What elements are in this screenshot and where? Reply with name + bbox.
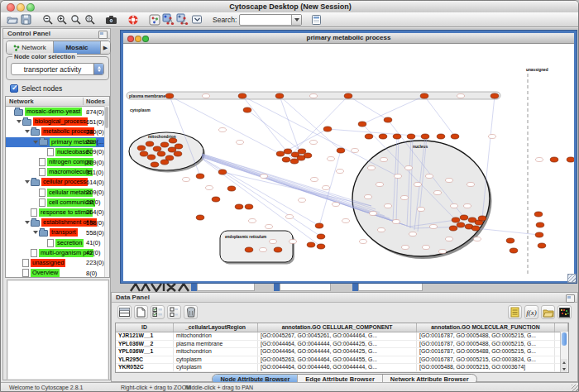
network-node-unexpressed[interactable] xyxy=(286,215,294,219)
network-node[interactable] xyxy=(174,151,182,156)
network-node-unexpressed[interactable] xyxy=(323,186,330,190)
zoom-in-icon[interactable] xyxy=(55,13,69,26)
tree-row[interactable]: unassigned223(0) xyxy=(6,258,109,268)
expand-arrow-icon[interactable] xyxy=(25,130,30,133)
network-node-unexpressed[interactable] xyxy=(385,204,392,208)
table-column-header[interactable]: annotation.GO MOLECULAR_FUNCTION xyxy=(417,323,555,332)
network-node-unexpressed[interactable] xyxy=(299,198,306,203)
tree-row[interactable]: multi-organism pro42(0) xyxy=(6,248,109,258)
table-row[interactable]: YPL036W__2plasma membrane[GO:0044464, GO… xyxy=(116,341,568,349)
network-node[interactable] xyxy=(460,215,468,220)
tree-row[interactable]: biological_process651(0) xyxy=(6,117,109,127)
tree-row[interactable]: macromolecule311(0) xyxy=(6,167,109,177)
network-node-unexpressed[interactable] xyxy=(206,186,213,190)
network-node-unexpressed[interactable] xyxy=(266,225,273,229)
network-node[interactable] xyxy=(550,157,558,162)
network-node[interactable] xyxy=(196,174,204,179)
tree-row[interactable]: response to stimul264(0) xyxy=(6,208,109,218)
snapshot-icon[interactable] xyxy=(104,13,118,26)
tree-column-network[interactable]: Network xyxy=(9,98,34,105)
tree-row[interactable]: mosaic-demo-yeast874(0) xyxy=(6,107,109,117)
tab-network[interactable]: Network xyxy=(7,41,54,54)
network-node[interactable] xyxy=(471,226,480,231)
network-node[interactable] xyxy=(538,243,546,248)
network-node[interactable] xyxy=(157,151,165,156)
background-window-fragment[interactable] xyxy=(191,283,197,291)
table-column-header[interactable]: _cellularLayoutRegion xyxy=(174,323,258,332)
save-session-icon[interactable] xyxy=(19,13,33,26)
network-node[interactable] xyxy=(160,142,169,147)
network-node-unexpressed[interactable] xyxy=(451,204,458,208)
network-node[interactable] xyxy=(421,134,429,139)
network-node-unexpressed[interactable] xyxy=(337,170,344,174)
network-node[interactable] xyxy=(165,93,174,98)
table-row[interactable]: YLR295Ccytoplasm[GO:0045263, GO:0044464,… xyxy=(116,356,568,365)
network-node[interactable] xyxy=(245,247,253,252)
tree-column-nodes[interactable]: Nodes xyxy=(83,98,105,105)
network-node[interactable] xyxy=(315,223,323,228)
network-node-unexpressed[interactable] xyxy=(434,191,442,195)
create-attribute-icon[interactable] xyxy=(134,305,148,319)
table-scrollbar[interactable] xyxy=(560,332,568,372)
network-node[interactable] xyxy=(153,146,161,151)
network-node[interactable] xyxy=(510,248,518,253)
network-node-unexpressed[interactable] xyxy=(439,250,447,254)
attribute-matrix-icon[interactable] xyxy=(557,305,572,319)
node-color-dropdown[interactable]: transporter activity xyxy=(11,63,104,75)
attribute-columns-icon[interactable] xyxy=(167,305,181,319)
network-view-titlebar[interactable]: primary metabolic process xyxy=(123,33,574,44)
network-node-unexpressed[interactable] xyxy=(360,240,367,244)
network-node[interactable] xyxy=(478,216,486,221)
window-resize-grip[interactable] xyxy=(572,385,579,392)
network-node-unexpressed[interactable] xyxy=(237,141,244,145)
network-node-unexpressed[interactable] xyxy=(368,166,376,170)
tab-overflow-arrow[interactable]: ▶ xyxy=(101,41,110,54)
network-node-unexpressed[interactable] xyxy=(474,237,481,241)
tree-row[interactable]: secretion41(0) xyxy=(6,237,109,247)
table-column-header[interactable]: annotation.GO CELLULAR_COMPONENT xyxy=(258,323,417,332)
tree-row[interactable]: nitrogen compo209(0) xyxy=(6,157,109,167)
network-node[interactable] xyxy=(317,234,325,239)
network-node-unexpressed[interactable] xyxy=(352,149,359,153)
tree-row[interactable]: cellular metabo209(0) xyxy=(6,188,109,198)
table-row[interactable]: YPL036W__1mitochondrion[GO:0044464, GO:0… xyxy=(116,348,568,356)
expand-arrow-icon[interactable] xyxy=(25,180,30,184)
network-node[interactable] xyxy=(393,134,401,139)
network-node[interactable] xyxy=(384,117,392,122)
network-node[interactable] xyxy=(169,138,177,143)
search-field[interactable] xyxy=(240,15,291,25)
network-node-unexpressed[interactable] xyxy=(446,237,453,241)
network-node[interactable] xyxy=(245,204,253,209)
network-node-unexpressed[interactable] xyxy=(342,219,350,223)
network-node[interactable] xyxy=(536,222,544,227)
network-node-unexpressed[interactable] xyxy=(311,178,318,182)
tree-row[interactable]: primary metabo209(... xyxy=(6,137,109,147)
open-network-icon[interactable] xyxy=(5,13,19,26)
background-window-fragment[interactable] xyxy=(358,283,423,291)
network-node-unexpressed[interactable] xyxy=(414,183,422,187)
import-attributes-icon[interactable] xyxy=(541,305,555,319)
vizmapper-edges-icon[interactable] xyxy=(175,13,189,26)
network-node-unexpressed[interactable] xyxy=(489,135,496,139)
network-node[interactable] xyxy=(227,186,236,191)
network-node[interactable] xyxy=(275,93,284,98)
network-node[interactable] xyxy=(407,134,415,139)
network-node[interactable] xyxy=(506,238,514,243)
network-node[interactable] xyxy=(535,232,543,237)
network-node[interactable] xyxy=(317,244,325,249)
network-node-unexpressed[interactable] xyxy=(409,232,417,237)
zoom-out-icon[interactable] xyxy=(41,13,55,26)
network-node[interactable] xyxy=(358,122,366,127)
network-node-unexpressed[interactable] xyxy=(395,174,402,179)
table-row[interactable]: YKR052Ccytoplasm[GO:0044464, GO:0044446,… xyxy=(116,364,568,372)
network-node[interactable] xyxy=(238,93,246,98)
network-node-unexpressed[interactable] xyxy=(401,196,409,200)
background-window-fragment[interactable] xyxy=(280,283,331,291)
network-node[interactable] xyxy=(147,155,156,160)
network-node-unexpressed[interactable] xyxy=(203,94,210,98)
network-node-unexpressed[interactable] xyxy=(328,157,335,161)
network-node[interactable] xyxy=(235,204,243,209)
network-node[interactable] xyxy=(420,93,428,98)
network-node[interactable] xyxy=(307,242,315,247)
birds-eye-view[interactable] xyxy=(7,280,109,380)
